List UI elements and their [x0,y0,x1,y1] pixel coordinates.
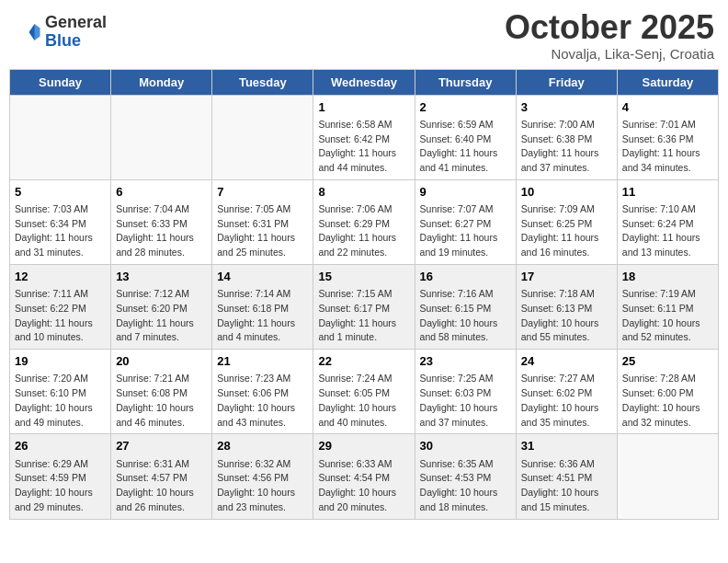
day-number: 8 [318,184,409,201]
day-info: Sunrise: 6:59 AM Sunset: 6:40 PM Dayligh… [420,118,511,176]
day-number: 29 [318,438,409,454]
day-number: 2 [420,99,511,116]
calendar-week-3: 12Sunrise: 7:11 AM Sunset: 6:22 PM Dayli… [10,264,719,349]
calendar-cell [111,95,212,179]
day-number: 12 [15,269,106,285]
calendar-cell: 20Sunrise: 7:21 AM Sunset: 6:08 PM Dayli… [111,350,212,434]
calendar-cell: 17Sunrise: 7:18 AM Sunset: 6:13 PM Dayli… [516,264,617,349]
calendar-cell: 28Sunrise: 6:32 AM Sunset: 4:56 PM Dayli… [212,434,313,519]
day-info: Sunrise: 7:00 AM Sunset: 6:38 PM Dayligh… [521,118,612,176]
calendar-cell [10,95,111,179]
calendar-cell: 1Sunrise: 6:58 AM Sunset: 6:42 PM Daylig… [313,95,415,179]
calendar-cell: 22Sunrise: 7:24 AM Sunset: 6:05 PM Dayli… [313,350,415,434]
calendar-cell: 11Sunrise: 7:10 AM Sunset: 6:24 PM Dayli… [617,179,718,264]
day-number: 11 [622,184,713,201]
calendar-cell: 6Sunrise: 7:04 AM Sunset: 6:33 PM Daylig… [111,179,212,264]
logo-general-text: General [45,14,107,32]
day-info: Sunrise: 7:06 AM Sunset: 6:29 PM Dayligh… [318,202,409,260]
calendar-cell: 29Sunrise: 6:33 AM Sunset: 4:54 PM Dayli… [313,434,415,519]
logo-icon [14,18,41,46]
day-number: 14 [217,269,308,285]
calendar-cell: 7Sunrise: 7:05 AM Sunset: 6:31 PM Daylig… [212,179,313,264]
calendar-table: SundayMondayTuesdayWednesdayThursdayFrid… [9,69,719,520]
day-number: 24 [521,353,612,370]
location-subtitle: Novalja, Lika-Senj, Croatia [505,46,714,62]
day-info: Sunrise: 7:28 AM Sunset: 6:00 PM Dayligh… [622,372,713,430]
day-number: 5 [15,184,106,201]
day-number: 26 [15,438,106,454]
day-info: Sunrise: 6:31 AM Sunset: 4:57 PM Dayligh… [116,457,207,515]
day-info: Sunrise: 6:58 AM Sunset: 6:42 PM Dayligh… [318,118,409,176]
day-number: 20 [116,353,207,370]
day-number: 17 [521,269,612,285]
day-info: Sunrise: 6:36 AM Sunset: 4:51 PM Dayligh… [521,457,612,515]
calendar-cell: 24Sunrise: 7:27 AM Sunset: 6:02 PM Dayli… [516,350,617,434]
calendar-cell [617,434,718,519]
calendar-cell: 16Sunrise: 7:16 AM Sunset: 6:15 PM Dayli… [415,264,516,349]
day-info: Sunrise: 7:14 AM Sunset: 6:18 PM Dayligh… [217,287,308,345]
day-info: Sunrise: 7:04 AM Sunset: 6:33 PM Dayligh… [116,202,207,260]
day-number: 3 [521,99,612,116]
day-number: 28 [217,438,308,454]
day-number: 16 [420,269,511,285]
day-header-friday: Friday [516,69,617,95]
day-number: 19 [15,353,106,370]
month-title: October 2025 [505,9,714,46]
day-number: 10 [521,184,612,201]
calendar-cell: 26Sunrise: 6:29 AM Sunset: 4:59 PM Dayli… [10,434,111,519]
day-info: Sunrise: 6:32 AM Sunset: 4:56 PM Dayligh… [217,457,308,515]
day-header-sunday: Sunday [10,69,111,95]
calendar-cell: 31Sunrise: 6:36 AM Sunset: 4:51 PM Dayli… [516,434,617,519]
calendar-header-row: SundayMondayTuesdayWednesdayThursdayFrid… [10,69,719,95]
day-number: 27 [116,438,207,454]
day-info: Sunrise: 7:07 AM Sunset: 6:27 PM Dayligh… [420,202,511,260]
calendar-cell: 25Sunrise: 7:28 AM Sunset: 6:00 PM Dayli… [617,350,718,434]
calendar-cell: 23Sunrise: 7:25 AM Sunset: 6:03 PM Dayli… [415,350,516,434]
calendar-cell: 14Sunrise: 7:14 AM Sunset: 6:18 PM Dayli… [212,264,313,349]
svg-marker-1 [35,24,40,40]
day-number: 13 [116,269,207,285]
calendar-week-5: 26Sunrise: 6:29 AM Sunset: 4:59 PM Dayli… [10,434,719,519]
calendar-cell: 30Sunrise: 6:35 AM Sunset: 4:53 PM Dayli… [415,434,516,519]
calendar-cell: 27Sunrise: 6:31 AM Sunset: 4:57 PM Dayli… [111,434,212,519]
logo-blue-text: Blue [45,32,107,51]
calendar-cell [212,95,313,179]
calendar-cell: 15Sunrise: 7:15 AM Sunset: 6:17 PM Dayli… [313,264,415,349]
day-info: Sunrise: 7:03 AM Sunset: 6:34 PM Dayligh… [15,202,106,260]
day-info: Sunrise: 7:05 AM Sunset: 6:31 PM Dayligh… [217,202,308,260]
day-info: Sunrise: 6:29 AM Sunset: 4:59 PM Dayligh… [15,457,106,515]
page-header: General Blue October 2025 Novalja, Lika-… [9,9,719,62]
day-number: 30 [420,438,511,454]
day-number: 18 [622,269,713,285]
day-info: Sunrise: 7:24 AM Sunset: 6:05 PM Dayligh… [318,372,409,430]
day-header-saturday: Saturday [617,69,718,95]
calendar-cell: 10Sunrise: 7:09 AM Sunset: 6:25 PM Dayli… [516,179,617,264]
day-number: 4 [622,99,713,116]
day-number: 9 [420,184,511,201]
day-info: Sunrise: 7:15 AM Sunset: 6:17 PM Dayligh… [318,287,409,345]
calendar-week-4: 19Sunrise: 7:20 AM Sunset: 6:10 PM Dayli… [10,350,719,434]
day-info: Sunrise: 7:09 AM Sunset: 6:25 PM Dayligh… [521,202,612,260]
day-info: Sunrise: 7:12 AM Sunset: 6:20 PM Dayligh… [116,287,207,345]
day-info: Sunrise: 7:20 AM Sunset: 6:10 PM Dayligh… [15,372,106,430]
calendar-cell: 4Sunrise: 7:01 AM Sunset: 6:36 PM Daylig… [617,95,718,179]
calendar-cell: 19Sunrise: 7:20 AM Sunset: 6:10 PM Dayli… [10,350,111,434]
logo-text: General Blue [45,14,107,51]
day-info: Sunrise: 7:25 AM Sunset: 6:03 PM Dayligh… [420,372,511,430]
day-info: Sunrise: 7:27 AM Sunset: 6:02 PM Dayligh… [521,372,612,430]
day-info: Sunrise: 6:35 AM Sunset: 4:53 PM Dayligh… [420,457,511,515]
day-header-wednesday: Wednesday [313,69,415,95]
day-header-tuesday: Tuesday [212,69,313,95]
day-info: Sunrise: 6:33 AM Sunset: 4:54 PM Dayligh… [318,457,409,515]
calendar-cell: 3Sunrise: 7:00 AM Sunset: 6:38 PM Daylig… [516,95,617,179]
calendar-cell: 21Sunrise: 7:23 AM Sunset: 6:06 PM Dayli… [212,350,313,434]
day-number: 31 [521,438,612,454]
day-number: 22 [318,353,409,370]
day-number: 6 [116,184,207,201]
day-header-thursday: Thursday [415,69,516,95]
day-info: Sunrise: 7:11 AM Sunset: 6:22 PM Dayligh… [15,287,106,345]
calendar-cell: 13Sunrise: 7:12 AM Sunset: 6:20 PM Dayli… [111,264,212,349]
calendar-cell: 8Sunrise: 7:06 AM Sunset: 6:29 PM Daylig… [313,179,415,264]
day-info: Sunrise: 7:23 AM Sunset: 6:06 PM Dayligh… [217,372,308,430]
day-number: 15 [318,269,409,285]
